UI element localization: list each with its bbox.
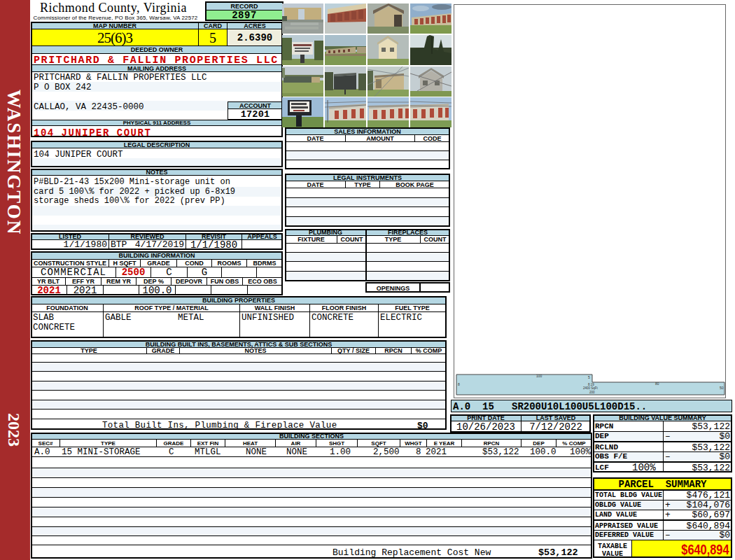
svg-text:100: 100 [536, 374, 542, 378]
svg-text:2400 SqFt: 2400 SqFt [583, 386, 598, 390]
svg-text:200: 200 [589, 391, 595, 394]
svg-text:8: 8 [458, 382, 460, 386]
svg-text:5: 5 [588, 375, 590, 379]
svg-text:50: 50 [720, 386, 724, 390]
svg-text:80: 80 [655, 382, 659, 386]
